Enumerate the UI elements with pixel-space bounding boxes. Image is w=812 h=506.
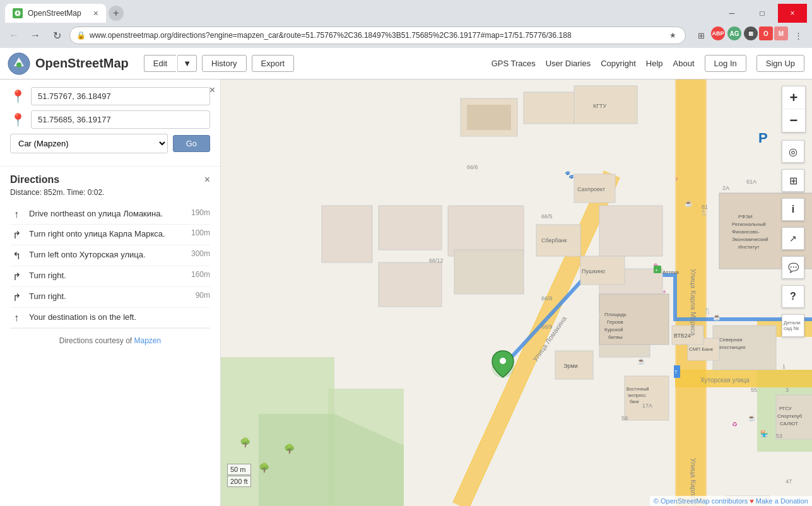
svg-text:🍴: 🍴 — [700, 209, 709, 217]
svg-text:РГСУ: РГСУ — [779, 406, 792, 411]
transport-mode-select[interactable]: Car (Mapzen) Bicycle (Mapzen) Foot (Mapz… — [10, 134, 168, 153]
svg-text:+: + — [662, 288, 666, 295]
svg-text:58: 58 — [621, 415, 628, 421]
layers-button[interactable]: ⊞ — [782, 169, 804, 192]
forward-button[interactable]: → — [26, 26, 44, 44]
extensions-button[interactable]: ⊞ — [692, 26, 710, 44]
tab-close-button[interactable]: × — [93, 8, 98, 18]
step-2-icon: ↱ — [10, 229, 23, 241]
svg-text:Сбербанк: Сбербанк — [541, 237, 567, 244]
menu-button[interactable]: ⋮ — [789, 26, 807, 44]
gps-traces-link[interactable]: GPS Traces — [491, 59, 536, 68]
map-scale: 50 m 200 ft — [227, 464, 251, 487]
about-link[interactable]: About — [673, 59, 695, 68]
scale-bar-feet: 200 ft — [227, 476, 251, 487]
help-map-button[interactable]: ? — [782, 285, 804, 308]
step-1-dist: 190m — [191, 208, 210, 217]
zoom-out-button[interactable]: − — [782, 109, 805, 132]
route-options: Car (Mapzen) Bicycle (Mapzen) Foot (Mapz… — [10, 134, 210, 161]
directions-close-button[interactable]: × — [204, 174, 210, 185]
step-4-text: Turn right. — [29, 270, 185, 281]
geolocate-button[interactable]: ◎ — [782, 140, 804, 163]
osm-attribution-link[interactable]: © OpenStreetMap contributors — [654, 497, 748, 505]
destination-marker-icon: 📍 — [10, 112, 26, 127]
sidebar-close-button[interactable]: × — [209, 85, 215, 96]
svg-text:Улица Карла Маркса: Улица Карла Маркса — [690, 269, 697, 336]
map-attribution: © OpenStreetMap contributors ♥ Make a Do… — [650, 496, 812, 506]
osm-header-links: GPS Traces User Diaries Copyright Help A… — [491, 55, 804, 72]
svg-text:банк: банк — [630, 399, 640, 404]
bookmark-icon[interactable]: ★ — [666, 29, 679, 42]
map-area[interactable]: КГТУ РФЭИ Региональный Финансово- Эконом… — [221, 79, 812, 506]
edit-button[interactable]: Edit — [144, 55, 176, 72]
mail-icon[interactable]: M — [774, 26, 788, 40]
copyright-link[interactable]: Copyright — [601, 59, 636, 68]
address-bar-row: ← → ↻ 🔒 www.openstreetmap.org/directions… — [0, 23, 812, 48]
map-svg[interactable]: КГТУ РФЭИ Региональный Финансово- Эконом… — [221, 79, 812, 506]
zoom-controls: + − — [782, 86, 806, 132]
maximize-button[interactable]: □ — [748, 4, 777, 23]
distance-value: 852m. — [44, 188, 64, 197]
svg-text:🐾: 🐾 — [565, 170, 574, 179]
svg-rect-28 — [454, 250, 524, 294]
donate-link[interactable]: Make a Donation — [756, 497, 808, 505]
comment-button[interactable]: 💬 — [782, 256, 804, 279]
svg-text:66/8: 66/8 — [541, 295, 553, 302]
route-inputs: 📍 📍 Car (Mapzen) Bicycle (Mapzen) Foot (… — [0, 79, 220, 166]
help-link[interactable]: Help — [646, 59, 663, 68]
osm-main: × 📍 📍 Car (Mapzen) Bicycle (Mapzen) Foot… — [0, 79, 812, 506]
toolbar-icons: ⊞ ABP AG 🔲 O M ⋮ — [692, 26, 807, 44]
tab-title: OpenStreetMap — [28, 9, 88, 18]
go-button[interactable]: Go — [173, 135, 210, 152]
svg-text:🌳: 🌳 — [284, 444, 295, 454]
svg-text:Хуторская улица: Хуторская улица — [700, 377, 750, 384]
user-diaries-link[interactable]: User Diaries — [546, 59, 591, 68]
tab-favicon — [13, 8, 23, 18]
back-button[interactable]: ← — [5, 26, 23, 44]
svg-text:Сахпроект: Сахпроект — [577, 186, 605, 192]
opera-icon[interactable]: O — [759, 26, 773, 40]
step-6: ↑ Your destination is on the left. — [10, 308, 210, 328]
close-button[interactable]: × — [778, 4, 807, 23]
refresh-button[interactable]: ↻ — [48, 26, 66, 44]
step-4-dist: 160m — [191, 270, 210, 279]
svg-point-2 — [16, 62, 21, 68]
step-5-dist: 90m — [196, 291, 210, 300]
details-button[interactable]: Детали сад № — [782, 314, 804, 337]
info-button[interactable]: i — [782, 198, 804, 221]
directions-credit: Directions courtesy of Mapzen — [10, 328, 210, 353]
svg-text:Региональный: Региональный — [732, 221, 766, 227]
history-button[interactable]: History — [202, 55, 246, 72]
share-button[interactable]: ↗ — [782, 227, 804, 250]
minimize-button[interactable]: ─ — [717, 4, 746, 23]
ext3-icon[interactable]: 🔲 — [744, 26, 758, 40]
login-button[interactable]: Log In — [705, 55, 746, 72]
svg-text:🌳: 🌳 — [240, 437, 251, 448]
step-5: ↱ Turn right. 90m — [10, 287, 210, 308]
adguard-icon[interactable]: AG — [727, 26, 741, 40]
svg-text:♪: ♪ — [675, 175, 678, 182]
directions-summary: Distance: 852m. Time: 0:02. — [10, 188, 210, 197]
scale-bar-meters: 50 m — [227, 464, 251, 475]
origin-input[interactable] — [31, 87, 210, 105]
svg-text:ВТБ24: ВТБ24 — [674, 332, 691, 339]
svg-text:экспресс: экспресс — [628, 393, 646, 398]
browser-chrome: OpenStreetMap × + ─ □ × ← → ↻ 🔒 www.open… — [0, 0, 812, 48]
svg-text:Спортклуб: Спортклуб — [777, 413, 803, 419]
osm-logo[interactable]: OpenStreetMap — [8, 52, 129, 75]
signup-button[interactable]: Sign Up — [756, 55, 804, 72]
directions-panel: × Directions Distance: 852m. Time: 0:02.… — [0, 166, 220, 506]
mapzen-link[interactable]: Mapzen — [134, 336, 162, 345]
step-1-icon: ↑ — [10, 209, 23, 220]
edit-dropdown-button[interactable]: ▼ — [177, 55, 197, 72]
new-tab-button[interactable]: + — [109, 6, 124, 21]
browser-tab[interactable]: OpenStreetMap × — [5, 4, 106, 23]
adblock-icon[interactable]: ABP — [711, 26, 725, 40]
address-bar[interactable]: 🔒 www.openstreetmap.org/directions?engin… — [69, 26, 686, 44]
destination-input[interactable] — [31, 110, 210, 129]
zoom-in-button[interactable]: + — [782, 86, 805, 109]
map-controls-right: + − ◎ ⊞ i ↗ 💬 ? Детали сад № — [782, 86, 806, 337]
svg-text:53: 53 — [776, 433, 782, 439]
title-bar: OpenStreetMap × + ─ □ × — [0, 0, 812, 23]
export-button[interactable]: Export — [252, 55, 295, 72]
